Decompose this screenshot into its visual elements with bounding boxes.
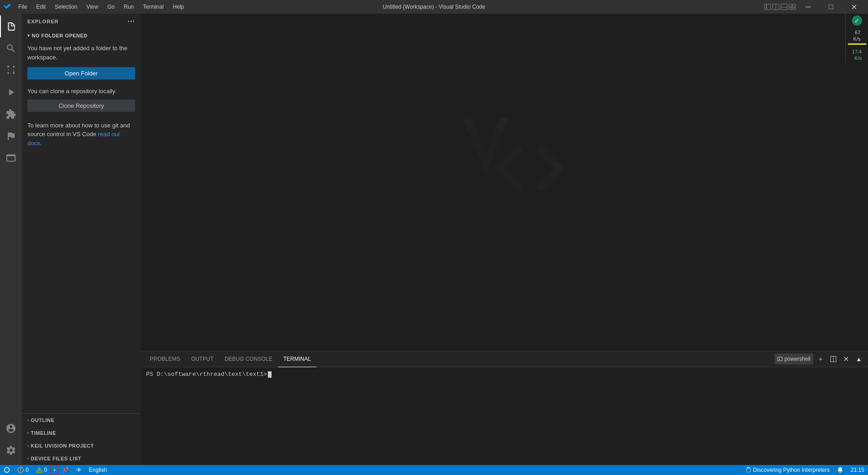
activity-extensions[interactable] xyxy=(0,103,22,125)
menu-run[interactable]: Run xyxy=(120,3,137,11)
main-content: EXPLORER ··· ▾ NO FOLDER OPENED You have… xyxy=(0,14,868,465)
editor-background xyxy=(141,14,868,351)
window-title: Untitled (Workspace) - Visual Studio Cod… xyxy=(383,4,485,10)
tab-terminal[interactable]: TERMINAL xyxy=(278,351,317,367)
layout-icons xyxy=(764,3,796,11)
timeline-header[interactable]: › TIMELINE xyxy=(27,428,135,438)
menu-edit[interactable]: Edit xyxy=(32,3,49,11)
tab-debug-console[interactable]: DEBUG CONSOLE xyxy=(219,351,278,367)
explorer-title: EXPLORER xyxy=(27,19,59,24)
maximize-panel-button[interactable]: ▲ xyxy=(853,354,864,364)
git-info-text: To learn more about how to use git and s… xyxy=(27,117,135,152)
discovering-text: Discovering Python Interpreters xyxy=(753,467,830,473)
status-bar-left: 0 0 + 📌 👁 English xyxy=(0,465,110,475)
warning-count: 0 xyxy=(44,467,47,473)
add-terminal-button[interactable]: + xyxy=(815,354,826,364)
svg-line-13 xyxy=(779,359,780,360)
chevron-right-icon-4: › xyxy=(27,456,29,461)
minimize-button[interactable]: ─ xyxy=(798,0,819,14)
keil-header[interactable]: › KEIL UVISION PROJECT xyxy=(27,440,135,451)
title-bar-left: File Edit Selection View Go Run Terminal… xyxy=(4,3,188,11)
tab-problems[interactable]: PROBLEMS xyxy=(144,351,186,367)
maximize-button[interactable]: □ xyxy=(821,0,842,14)
menu-help[interactable]: Help xyxy=(169,3,188,11)
activity-explorer[interactable] xyxy=(0,16,22,37)
perf-number-1: 67 xyxy=(853,29,861,36)
status-discovering-python[interactable]: Discovering Python Interpreters xyxy=(742,465,833,475)
chevron-right-icon: › xyxy=(27,418,29,422)
svg-rect-9 xyxy=(793,8,795,10)
tab-output[interactable]: OUTPUT xyxy=(186,351,219,367)
explorer-more-actions[interactable]: ··· xyxy=(128,17,135,26)
no-folder-section: ▾ NO FOLDER OPENED You have not yet adde… xyxy=(22,29,141,155)
clone-repository-button[interactable]: Clone Repository xyxy=(27,100,135,112)
shell-name: powershell xyxy=(784,356,810,362)
menu-terminal[interactable]: Terminal xyxy=(139,3,167,11)
keil-section: › KEIL UVISION PROJECT xyxy=(22,439,141,452)
timeline-section: › TIMELINE xyxy=(22,427,141,439)
status-pin[interactable]: 📌 xyxy=(58,465,73,475)
status-watch[interactable]: 👁 xyxy=(73,465,85,475)
status-notifications[interactable] xyxy=(833,465,847,475)
device-files-title: DEVICE FILES LIST xyxy=(31,456,82,461)
svg-rect-8 xyxy=(789,8,792,10)
editor-area: PROBLEMS OUTPUT DEBUG CONSOLE TERMINAL p… xyxy=(141,14,868,465)
menu-file[interactable]: File xyxy=(15,3,31,11)
status-language[interactable]: English xyxy=(85,465,110,475)
svg-point-23 xyxy=(39,471,39,472)
perf-value-1: 67 K/s xyxy=(853,29,861,42)
watch-icon: 👁 xyxy=(76,467,82,473)
outline-header[interactable]: › OUTLINE xyxy=(27,415,135,426)
activity-settings[interactable] xyxy=(0,439,22,461)
activity-source-control[interactable] xyxy=(0,59,22,81)
menu-view[interactable]: View xyxy=(83,3,102,11)
no-folder-description: You have not yet added a folder to the w… xyxy=(27,40,135,65)
status-bar-right: Discovering Python Interpreters 21:15 xyxy=(742,465,868,475)
status-remote[interactable] xyxy=(0,465,14,475)
svg-point-20 xyxy=(20,471,21,472)
activity-testing[interactable] xyxy=(0,125,22,147)
open-folder-button[interactable]: Open Folder xyxy=(27,67,135,79)
panel-layout-icon[interactable] xyxy=(780,3,788,11)
status-errors[interactable]: 0 xyxy=(14,465,32,475)
split-terminal-button[interactable] xyxy=(828,354,839,364)
activity-accounts[interactable] xyxy=(0,417,22,439)
editor-layout-icon[interactable] xyxy=(772,3,779,11)
perf-unit-1: K/s xyxy=(853,36,861,42)
activity-remote[interactable] xyxy=(0,147,22,169)
menu-go[interactable]: Go xyxy=(104,3,118,11)
kill-terminal-button[interactable] xyxy=(841,354,852,364)
perf-value-2: 17.4 K/s xyxy=(852,48,862,62)
perf-number-2: 17.4 xyxy=(852,48,862,55)
panel-tabs: PROBLEMS OUTPUT DEBUG CONSOLE TERMINAL p… xyxy=(141,351,868,367)
error-count: 0 xyxy=(26,467,29,473)
spinner-icon xyxy=(746,467,751,473)
close-button[interactable]: ✕ xyxy=(843,0,864,14)
language-label: English xyxy=(89,467,107,473)
sidebar-bottom-sections: › OUTLINE › TIMELINE › KEIL UVISION PROJ… xyxy=(22,413,141,465)
outline-title: OUTLINE xyxy=(31,417,55,423)
terminal-content[interactable]: PS D:\software\rthread\text\text1> xyxy=(141,367,868,465)
perf-bar-1 xyxy=(848,43,866,45)
activity-run-debug[interactable] xyxy=(0,81,22,103)
time-display: 21:15 xyxy=(851,467,864,473)
status-bar: 0 0 + 📌 👁 English Discovering Python Int… xyxy=(0,465,868,475)
no-folder-header[interactable]: ▾ NO FOLDER OPENED xyxy=(27,31,135,40)
activity-bar xyxy=(0,14,22,465)
terminal-prompt-text: PS D:\software\rthread\text\text1> xyxy=(146,371,267,378)
device-files-header[interactable]: › DEVICE FILES LIST xyxy=(27,453,135,464)
sidebar-layout-icon[interactable] xyxy=(764,3,771,11)
menu-selection[interactable]: Selection xyxy=(51,3,81,11)
activity-search[interactable] xyxy=(0,37,22,59)
chevron-right-icon-2: › xyxy=(27,431,29,435)
perf-check-icon: ✓ xyxy=(852,16,862,26)
keil-title: KEIL UVISION PROJECT xyxy=(31,443,94,449)
activity-bar-bottom xyxy=(0,417,22,465)
status-time: 21:15 xyxy=(847,465,868,475)
terminal-shell-label[interactable]: powershell xyxy=(774,354,813,364)
no-folder-title: NO FOLDER OPENED xyxy=(32,33,88,38)
outline-section: › OUTLINE xyxy=(22,414,141,427)
status-new-file[interactable]: + xyxy=(51,465,58,475)
status-warnings[interactable]: 0 xyxy=(32,465,51,475)
customize-layout-icon[interactable] xyxy=(789,3,796,11)
